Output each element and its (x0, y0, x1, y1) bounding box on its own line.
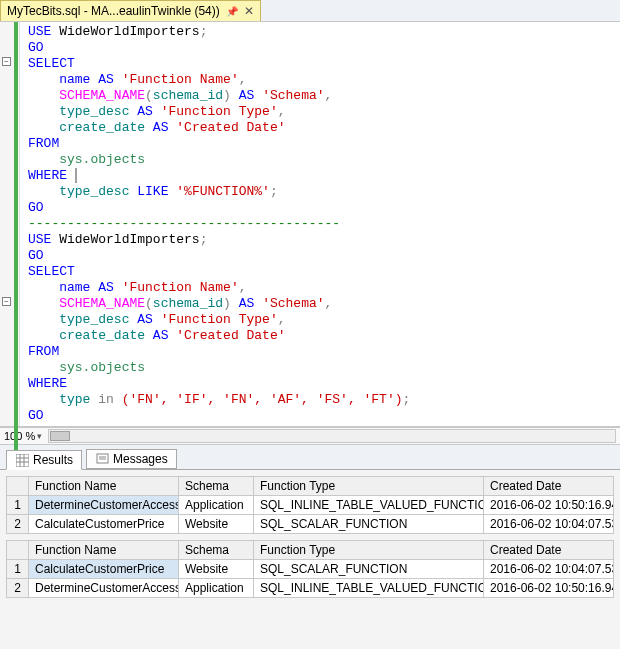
corner[interactable] (7, 541, 29, 560)
table-row[interactable]: 2 DetermineCustomerAccess Application SQ… (7, 579, 614, 598)
cell[interactable]: 2016-06-02 10:50:16.943 (484, 496, 614, 515)
kw-as: AS (98, 72, 114, 87)
col-header[interactable]: Created Date (484, 541, 614, 560)
alias: 'Function Name' (122, 280, 239, 295)
col: type (59, 392, 90, 407)
col-header[interactable]: Function Type (254, 541, 484, 560)
editor: − − USE WideWorldImporters; GO SELECT na… (0, 22, 620, 427)
zoom-level[interactable]: 100 % (4, 430, 35, 442)
result-grid-1: Function Name Schema Function Type Creat… (0, 470, 620, 534)
kw-where: WHERE (28, 376, 67, 391)
file-tab[interactable]: MyTecBits.sql - MA...eaulinTwinkle (54))… (0, 0, 261, 21)
change-marker (14, 22, 18, 470)
db-name: WideWorldImporters (59, 24, 199, 39)
text-cursor (75, 168, 77, 183)
literal: '%FUNCTION%' (176, 184, 270, 199)
tbl: sys.objects (59, 152, 145, 167)
alias: 'Function Name' (122, 72, 239, 87)
cell[interactable]: DetermineCustomerAccess (29, 496, 179, 515)
kw-in: in (98, 392, 114, 407)
table-row[interactable]: 2 CalculateCustomerPrice Website SQL_SCA… (7, 515, 614, 534)
cell[interactable]: SQL_SCALAR_FUNCTION (254, 560, 484, 579)
col-header[interactable]: Schema (179, 477, 254, 496)
arg: schema_id (153, 88, 223, 103)
horizontal-scrollbar[interactable] (48, 429, 616, 443)
divider-comment: ---------------------------------------- (28, 216, 340, 231)
kw-select: SELECT (28, 56, 75, 71)
code-area[interactable]: USE WideWorldImporters; GO SELECT name A… (20, 22, 620, 426)
fold-icon[interactable]: − (2, 57, 11, 66)
kw-as: AS (98, 280, 114, 295)
tab-title: MyTecBits.sql - MA...eaulinTwinkle (54)) (7, 4, 220, 18)
kw-from: FROM (28, 136, 59, 151)
cell[interactable]: DetermineCustomerAccess (29, 579, 179, 598)
fn-schema: SCHEMA_NAME (59, 88, 145, 103)
cell[interactable]: 2016-06-02 10:50:16.943 (484, 579, 614, 598)
col-header[interactable]: Created Date (484, 477, 614, 496)
gutter: − − (0, 22, 20, 426)
col: create_date (59, 120, 145, 135)
table-row[interactable]: 1 DetermineCustomerAccess Application SQ… (7, 496, 614, 515)
cell[interactable]: 2016-06-02 10:04:07.530 (484, 515, 614, 534)
svg-rect-0 (16, 454, 29, 467)
tab-label: Results (33, 453, 73, 467)
cell[interactable]: Application (179, 496, 254, 515)
chevron-down-icon[interactable]: ▾ (37, 431, 42, 441)
cell[interactable]: SQL_INLINE_TABLE_VALUED_FUNCTION (254, 496, 484, 515)
col: type_desc (59, 312, 129, 327)
grid-icon (15, 453, 29, 467)
zoom-bar: 100 % ▾ (0, 427, 620, 445)
close-icon[interactable]: ✕ (244, 4, 254, 18)
kw-go: GO (28, 248, 44, 263)
tab-messages[interactable]: Messages (86, 449, 177, 469)
cell[interactable]: Website (179, 515, 254, 534)
col-header[interactable]: Function Type (254, 477, 484, 496)
tab-label: Messages (113, 452, 168, 466)
results-pane: Results Messages Function Name Schema Fu… (0, 445, 620, 649)
cell[interactable]: CalculateCustomerPrice (29, 515, 179, 534)
col: type_desc (59, 184, 129, 199)
col-name: name (59, 72, 90, 87)
kw-go: GO (28, 408, 44, 423)
cell[interactable]: 2016-06-02 10:04:07.530 (484, 560, 614, 579)
result-tabs: Results Messages (0, 445, 620, 470)
corner[interactable] (7, 477, 29, 496)
db-name: WideWorldImporters (59, 232, 199, 247)
cell[interactable]: CalculateCustomerPrice (29, 560, 179, 579)
header-row: Function Name Schema Function Type Creat… (7, 541, 614, 560)
kw-as: AS (153, 328, 169, 343)
kw-as: AS (239, 88, 255, 103)
kw-as: AS (137, 104, 153, 119)
result-grid-2: Function Name Schema Function Type Creat… (0, 534, 620, 598)
row-number[interactable]: 2 (7, 515, 29, 534)
kw-like: LIKE (137, 184, 168, 199)
alias: 'Created Date' (176, 328, 285, 343)
header-row: Function Name Schema Function Type Creat… (7, 477, 614, 496)
literal: ('FN', 'IF', 'FN', 'AF', 'FS', 'FT') (122, 392, 403, 407)
col-name: name (59, 280, 90, 295)
row-number[interactable]: 1 (7, 560, 29, 579)
tab-bar: MyTecBits.sql - MA...eaulinTwinkle (54))… (0, 0, 620, 22)
cell[interactable]: Website (179, 560, 254, 579)
tbl: sys.objects (59, 360, 145, 375)
fold-icon[interactable]: − (2, 297, 11, 306)
pin-icon[interactable]: 📌 (226, 6, 238, 17)
alias: 'Created Date' (176, 120, 285, 135)
kw-from: FROM (28, 344, 59, 359)
row-number[interactable]: 1 (7, 496, 29, 515)
cell[interactable]: Application (179, 579, 254, 598)
kw-as: AS (239, 296, 255, 311)
col-header[interactable]: Schema (179, 541, 254, 560)
kw-use: USE (28, 232, 51, 247)
cell[interactable]: SQL_INLINE_TABLE_VALUED_FUNCTION (254, 579, 484, 598)
scroll-thumb[interactable] (50, 431, 70, 441)
tab-results[interactable]: Results (6, 450, 82, 470)
alias: 'Schema' (262, 88, 324, 103)
kw-use: USE (28, 24, 51, 39)
row-number[interactable]: 2 (7, 579, 29, 598)
arg: schema_id (153, 296, 223, 311)
col-header[interactable]: Function Name (29, 541, 179, 560)
table-row[interactable]: 1 CalculateCustomerPrice Website SQL_SCA… (7, 560, 614, 579)
cell[interactable]: SQL_SCALAR_FUNCTION (254, 515, 484, 534)
col-header[interactable]: Function Name (29, 477, 179, 496)
